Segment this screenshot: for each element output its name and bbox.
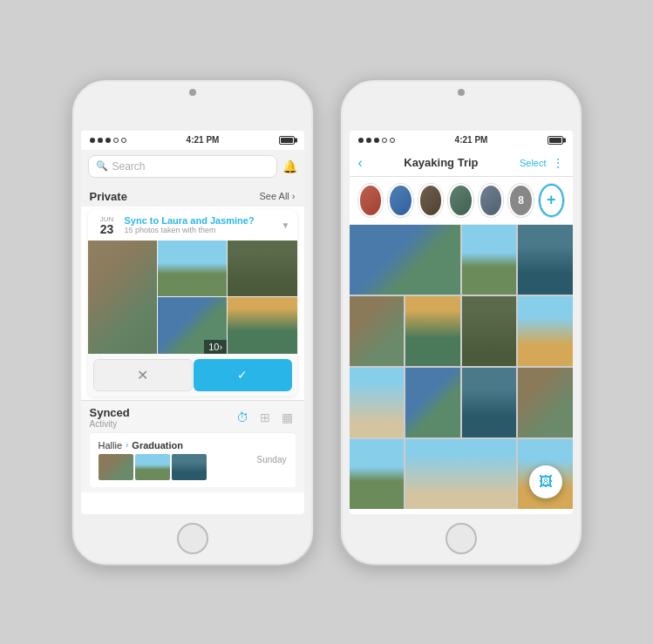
album-photo-1[interactable] xyxy=(350,225,460,295)
album-photo-5[interactable] xyxy=(405,296,460,366)
dot2-1 xyxy=(358,138,364,143)
synced-list-item[interactable]: Hallie › Graduation Sunday xyxy=(90,432,296,487)
avatar-5[interactable] xyxy=(479,184,504,217)
home-button-1[interactable] xyxy=(177,523,208,554)
list-icon[interactable]: ▦ xyxy=(280,410,296,425)
dot1 xyxy=(90,138,95,143)
grid-icon[interactable]: ⊞ xyxy=(257,410,273,425)
album-grid-container: 🖼 xyxy=(350,225,573,509)
album-photo-9[interactable] xyxy=(405,368,460,437)
status-bar-1: 4:21 PM xyxy=(81,131,304,150)
album-photo-8[interactable] xyxy=(350,368,405,437)
album-photo-4[interactable] xyxy=(350,296,405,366)
phone-2: 4:21 PM ‹ Kayaking Trip Select ⋮ 8 xyxy=(339,78,583,566)
phone-1-screen: 4:21 PM 🔍 Search 🔔 Private See All › xyxy=(81,131,304,514)
synced-to: Graduation xyxy=(132,440,183,451)
bell-icon[interactable]: 🔔 xyxy=(282,159,297,173)
sync-info: Sync to Laura and Jasmine? 15 photos tak… xyxy=(125,215,276,234)
photo-cell-5 xyxy=(228,297,296,354)
private-label: Private xyxy=(90,190,127,203)
select-button[interactable]: Select xyxy=(520,158,547,168)
clock-icon[interactable]: ⏱ xyxy=(235,410,250,425)
avatar-count[interactable]: 8 xyxy=(508,184,534,217)
album-title: Kayaking Trip xyxy=(368,156,514,169)
search-icon: 🔍 xyxy=(96,160,108,172)
fab-icon: 🖼 xyxy=(539,474,553,490)
synced-section: Synced Activity ⏱ ⊞ ▦ Hallie › Gra xyxy=(81,400,304,492)
search-bar[interactable]: 🔍 Search xyxy=(88,155,277,178)
album-photo-7[interactable] xyxy=(518,296,573,366)
back-button[interactable]: ‹ xyxy=(358,155,363,171)
photo-cell-3 xyxy=(228,241,296,297)
synced-from: Hallie xyxy=(99,440,123,451)
confirm-button[interactable]: ✓ xyxy=(194,359,292,391)
sync-day: 23 xyxy=(95,223,119,235)
status-time-2: 4:21 PM xyxy=(455,135,488,145)
thumb-3 xyxy=(172,454,207,480)
battery-fill xyxy=(281,138,293,143)
avatar-row: 8 + xyxy=(350,177,573,225)
signal-dots xyxy=(90,138,126,143)
photo-cell-4: 10› xyxy=(158,297,227,354)
search-placeholder: Search xyxy=(112,160,146,173)
phone-2-screen: 4:21 PM ‹ Kayaking Trip Select ⋮ 8 xyxy=(350,131,573,514)
photo-count: 10› xyxy=(208,342,222,352)
photo-cell-1 xyxy=(88,241,157,354)
more-button[interactable]: ⋮ xyxy=(552,156,564,170)
private-section-header: Private See All › xyxy=(81,183,304,207)
avatar-1[interactable] xyxy=(358,184,384,217)
avatar-4[interactable] xyxy=(448,184,473,217)
phone-1: 4:21 PM 🔍 Search 🔔 Private See All › xyxy=(71,78,315,566)
synced-section-header: Synced Activity ⏱ ⊞ ▦ xyxy=(90,406,296,429)
status-bar-2: 4:21 PM xyxy=(350,131,573,150)
cancel-button[interactable]: ✕ xyxy=(93,359,194,391)
see-all-button[interactable]: See All › xyxy=(260,191,296,201)
sync-title: Sync to Laura and Jasmine? xyxy=(125,215,276,226)
synced-view-icons: ⏱ ⊞ ▦ xyxy=(235,410,296,425)
battery-fill-2 xyxy=(549,138,561,143)
sync-card: JUN 23 Sync to Laura and Jasmine? 15 pho… xyxy=(88,210,297,397)
sync-date: JUN 23 xyxy=(95,215,119,235)
sync-chevron-icon: ▼ xyxy=(282,220,290,230)
synced-thumbnails xyxy=(99,454,207,480)
dot5 xyxy=(121,138,126,143)
action-buttons: ✕ ✓ xyxy=(88,354,297,397)
album-photo-13[interactable] xyxy=(405,439,516,509)
album-header: ‹ Kayaking Trip Select ⋮ xyxy=(350,150,573,177)
dot3 xyxy=(105,138,111,143)
fab-button[interactable]: 🖼 xyxy=(529,465,562,498)
thumb-2 xyxy=(135,454,170,480)
photo-count-overlay: 10› xyxy=(204,340,227,354)
dot2-5 xyxy=(390,138,395,143)
signal-dots-2 xyxy=(358,138,395,143)
album-photo-2[interactable] xyxy=(462,225,517,295)
sync-photo-grid: 10› xyxy=(88,241,297,354)
avatar-2[interactable] xyxy=(388,184,413,217)
synced-label: Synced xyxy=(90,406,130,419)
synced-item-info: Hallie › Graduation xyxy=(99,440,207,480)
sync-card-header: JUN 23 Sync to Laura and Jasmine? 15 pho… xyxy=(88,210,297,241)
album-photo-6[interactable] xyxy=(462,296,517,366)
album-photo-11[interactable] xyxy=(518,368,573,437)
avatar-3[interactable] xyxy=(418,184,444,217)
dot2 xyxy=(98,138,103,143)
synced-arrow-icon: › xyxy=(126,440,128,450)
album-photo-3[interactable] xyxy=(518,225,573,295)
battery-icon-2 xyxy=(548,136,563,145)
dot2-3 xyxy=(374,138,379,143)
synced-sublabel: Activity xyxy=(90,419,130,429)
album-photo-12[interactable] xyxy=(350,439,405,509)
home-button-2[interactable] xyxy=(446,523,477,554)
sync-subtitle: 15 photos taken with them xyxy=(125,226,276,234)
dot2-4 xyxy=(382,138,387,143)
photo-cell-2 xyxy=(158,241,227,297)
synced-date: Sunday xyxy=(257,455,287,464)
thumb-1 xyxy=(99,454,133,480)
synced-title-group: Synced Activity xyxy=(90,406,130,429)
search-bar-container: 🔍 Search 🔔 xyxy=(81,150,304,183)
add-avatar-button[interactable]: + xyxy=(539,184,564,217)
dot4 xyxy=(113,138,119,143)
status-time-1: 4:21 PM xyxy=(187,135,220,145)
battery-icon-1 xyxy=(279,136,295,145)
album-photo-10[interactable] xyxy=(462,368,517,437)
